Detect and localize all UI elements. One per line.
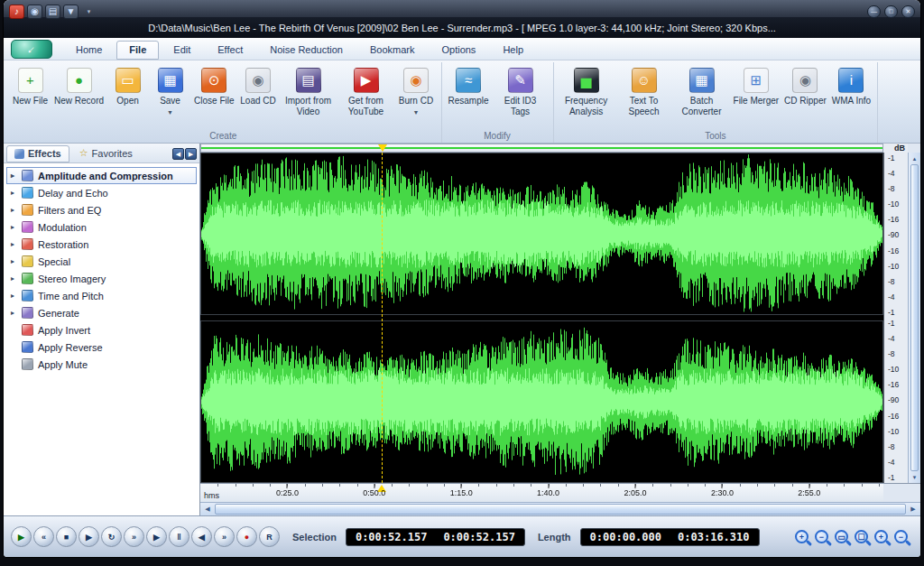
vertical-scrollbar[interactable]: ▲ ▼: [908, 153, 920, 483]
save-button[interactable]: ▦Save▼: [149, 64, 191, 116]
effect-item-delay-and-echo[interactable]: ▸Delay and Echo: [6, 184, 197, 201]
pause-button[interactable]: ‖: [169, 526, 189, 547]
effect-item-special[interactable]: ▸Special: [6, 253, 197, 270]
effect-item-label: Restoration: [38, 239, 88, 250]
play-button[interactable]: ▶: [11, 526, 32, 547]
quick-record-button[interactable]: ◉: [27, 5, 42, 19]
fast-forward-button[interactable]: »: [124, 526, 144, 547]
application-menu-button[interactable]: ↓: [11, 40, 52, 59]
special-icon: [22, 255, 33, 267]
vertical-scroll-thumb[interactable]: [910, 164, 919, 471]
timeline-ruler[interactable]: hms 0:25.00:50.01:15.01:40.02:05.02:30.0…: [200, 483, 883, 502]
play-file-button[interactable]: ▶: [79, 526, 99, 547]
quick-save-button[interactable]: ▼: [63, 5, 79, 19]
ruler-minor-tick: [531, 484, 531, 487]
edit-id3-tags-button[interactable]: ✎Edit ID3 Tags: [492, 64, 550, 117]
ruler-minor-tick: [670, 484, 671, 487]
frequency-analysis-button[interactable]: ▅Frequency Analysis: [558, 64, 615, 117]
open-button[interactable]: ▭Open: [106, 64, 149, 107]
effect-item-generate[interactable]: ▸Generate: [6, 304, 197, 321]
load-cd-button[interactable]: ◉Load CD: [237, 64, 280, 107]
effect-item-apply-invert[interactable]: Apply Invert: [6, 321, 197, 339]
horizontal-scrollbar[interactable]: ◀ ▶: [200, 502, 920, 515]
time-pitch-icon: [22, 290, 33, 302]
tab-help[interactable]: Help: [490, 41, 536, 60]
zoom-in-button[interactable]: +: [795, 530, 808, 543]
tab-file[interactable]: File: [116, 41, 159, 60]
tab-options[interactable]: Options: [429, 41, 488, 60]
cd-ripper-button[interactable]: ◉CD Ripper: [781, 64, 829, 107]
stop-button[interactable]: ■: [56, 526, 77, 547]
db-label: -16: [888, 380, 908, 389]
ruler-minor-tick: [427, 484, 428, 487]
db-label: -8: [888, 184, 908, 193]
waveform-display[interactable]: [200, 153, 883, 483]
batch-converter-button[interactable]: ▦Batch Converter: [673, 64, 731, 117]
ruler-filler: [883, 483, 920, 502]
effect-item-stereo-imagery[interactable]: ▸Stereo Imagery: [6, 270, 197, 287]
file-merger-button[interactable]: ⊞File Merger: [731, 64, 782, 107]
zoom-selection-button[interactable]: ▭: [835, 530, 848, 543]
tab-home[interactable]: Home: [63, 41, 115, 60]
maximize-button[interactable]: □: [884, 5, 898, 18]
overview-strip[interactable]: [200, 144, 883, 153]
waveform-canvas[interactable]: [200, 153, 883, 483]
ribbon-button-label: Frequency Analysis: [560, 96, 613, 116]
zoom-vertical-out-button[interactable]: −: [894, 530, 908, 543]
scroll-up-button[interactable]: ▲: [909, 153, 920, 164]
zoom-full-button[interactable]: ☐: [855, 530, 868, 543]
sidebar-nav-back-button[interactable]: ◀: [172, 148, 184, 160]
sidebar-nav-forward-button[interactable]: ▶: [185, 148, 197, 160]
star-icon: ☆: [79, 147, 88, 159]
ruler-minor-tick: [566, 484, 567, 487]
effect-item-apply-mute[interactable]: Apply Mute: [6, 356, 197, 373]
effect-item-modulation[interactable]: ▸Modulation: [6, 218, 197, 236]
ribbon-button-label: New Record: [54, 96, 104, 107]
close-button[interactable]: ✕: [901, 5, 915, 18]
new-record-button[interactable]: ●New Record: [51, 64, 106, 107]
close-file-button[interactable]: ⊙Close File: [191, 64, 236, 107]
scroll-down-button[interactable]: ▼: [909, 471, 920, 483]
tab-noise-reduction[interactable]: Noise Reduction: [257, 41, 356, 60]
tick-label: 0:25.0: [276, 488, 299, 497]
record-button[interactable]: ●: [236, 526, 257, 547]
sidebar-tab-favorites[interactable]: ☆Favorites: [71, 144, 141, 162]
replay-button[interactable]: ↻: [101, 526, 122, 547]
horizontal-scroll-thumb[interactable]: [215, 504, 906, 515]
db-label: -10: [888, 262, 908, 271]
record-resume-button[interactable]: R: [259, 526, 280, 547]
burn-cd-button[interactable]: ◉Burn CD▼: [395, 64, 438, 116]
timeline-tick: 0:50.0: [363, 484, 385, 497]
text-to-speech-button[interactable]: ☺Text To Speech: [615, 64, 673, 117]
sidebar-tab-effects[interactable]: Effects: [6, 145, 69, 162]
skip-back-button[interactable]: ◀: [191, 526, 212, 547]
zoom-vertical-in-button[interactable]: +: [874, 530, 888, 543]
zoom-out-button[interactable]: −: [815, 530, 828, 543]
effect-item-filters-and-eq[interactable]: ▸Filters and EQ: [6, 201, 197, 218]
effect-item-apply-reverse[interactable]: Apply Reverse: [6, 339, 197, 356]
skip-forward-button[interactable]: »: [214, 526, 235, 547]
ruler-minor-tick: [844, 484, 845, 487]
db-label: -8: [888, 349, 908, 358]
effect-item-restoration[interactable]: ▸Restoration: [6, 236, 197, 253]
effect-item-time-and-pitch[interactable]: ▸Time and Pitch: [6, 287, 197, 304]
wma-info-button[interactable]: iWMA Info: [829, 64, 873, 107]
go-start-button[interactable]: «: [33, 526, 54, 547]
minimize-button[interactable]: —: [867, 5, 881, 18]
go-end-button[interactable]: ▶: [146, 526, 167, 547]
qat-menu-button[interactable]: ▾: [81, 5, 97, 19]
quick-open-button[interactable]: ▤: [45, 5, 60, 19]
import-from-video-button[interactable]: ▤Import from Video: [280, 64, 337, 117]
filters-eq-icon: [22, 204, 33, 216]
tab-bookmark[interactable]: Bookmark: [357, 41, 428, 60]
scroll-right-button[interactable]: ▶: [906, 503, 920, 515]
new-file-button[interactable]: +New File: [9, 64, 51, 107]
scroll-left-button[interactable]: ◀: [200, 503, 215, 515]
length-display: 0:00:00.0000:03:16.310: [580, 528, 760, 546]
app-logo-icon[interactable]: ♪: [9, 5, 24, 19]
get-from-youtube-button[interactable]: ▶Get from YouTube: [337, 64, 395, 117]
tab-effect[interactable]: Effect: [205, 41, 255, 60]
effect-item-amplitude-and-compression[interactable]: ▸Amplitude and Compression: [6, 167, 197, 184]
resample-button[interactable]: ≈Resample: [446, 64, 492, 107]
tab-edit[interactable]: Edit: [161, 41, 203, 60]
